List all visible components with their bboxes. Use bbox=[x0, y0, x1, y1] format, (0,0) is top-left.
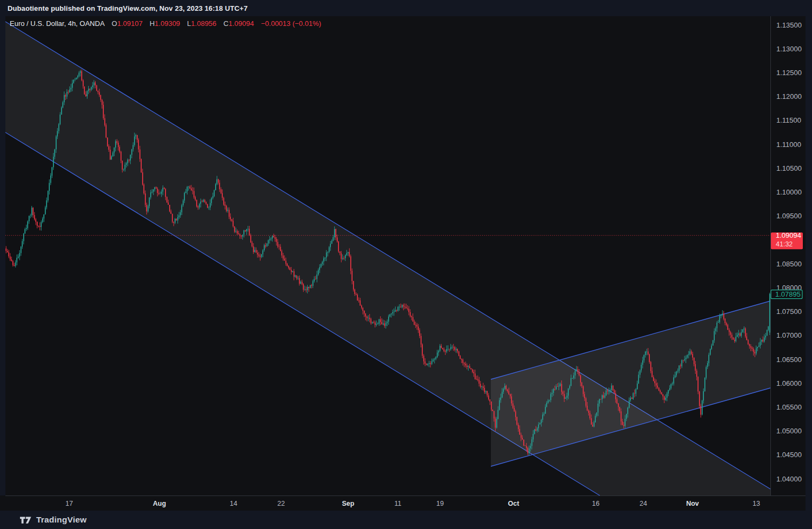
svg-text:1.04500: 1.04500 bbox=[776, 451, 802, 459]
svg-text:1.10000: 1.10000 bbox=[776, 188, 802, 196]
tradingview-snapshot-page: Dubaotiente published on TradingView.com… bbox=[0, 0, 812, 529]
publish-header: Dubaotiente published on TradingView.com… bbox=[0, 0, 812, 16]
svg-text:1.06000: 1.06000 bbox=[776, 379, 802, 387]
svg-text:1.07500: 1.07500 bbox=[776, 307, 802, 316]
svg-text:1.13000: 1.13000 bbox=[776, 45, 802, 53]
bar-high-price-label: 1.07895 bbox=[771, 290, 802, 299]
svg-text:1.04000: 1.04000 bbox=[776, 475, 802, 483]
svg-text:24: 24 bbox=[640, 500, 647, 507]
svg-text:1.13500: 1.13500 bbox=[776, 21, 802, 29]
svg-text:1.07000: 1.07000 bbox=[776, 331, 802, 339]
svg-text:11: 11 bbox=[395, 500, 402, 507]
svg-text:16: 16 bbox=[592, 500, 600, 507]
svg-text:1.08500: 1.08500 bbox=[776, 260, 802, 268]
tradingview-logo-icon[interactable] bbox=[20, 516, 31, 524]
svg-text:1.10500: 1.10500 bbox=[776, 164, 802, 172]
ohlc-low: L1.08956 bbox=[187, 19, 216, 28]
svg-text:1.12000: 1.12000 bbox=[776, 92, 802, 101]
svg-text:Oct: Oct bbox=[508, 500, 520, 507]
ohlc-close: C1.09094 bbox=[223, 19, 254, 28]
symbol-title[interactable]: Euro / U.S. Dollar, 4h, OANDA bbox=[10, 19, 105, 28]
current-price-label: 1.0909441:32 bbox=[771, 231, 803, 249]
svg-text:1.11500: 1.11500 bbox=[776, 116, 801, 124]
svg-text:1.09094: 1.09094 bbox=[776, 231, 801, 239]
svg-text:1.07895: 1.07895 bbox=[775, 290, 801, 298]
svg-text:19: 19 bbox=[436, 500, 444, 507]
svg-text:Nov: Nov bbox=[686, 500, 699, 507]
svg-text:22: 22 bbox=[277, 500, 285, 507]
svg-text:13: 13 bbox=[753, 500, 760, 507]
svg-text:1.05000: 1.05000 bbox=[776, 427, 802, 435]
svg-text:1.11000: 1.11000 bbox=[776, 140, 801, 149]
svg-text:1.09500: 1.09500 bbox=[776, 212, 802, 220]
publish-title: Dubaotiente published on TradingView.com… bbox=[8, 4, 248, 12]
ohlc-high: H1.09309 bbox=[150, 19, 180, 28]
svg-text:Sep: Sep bbox=[342, 500, 355, 507]
svg-text:1.06500: 1.06500 bbox=[776, 356, 802, 364]
footer-bar: TradingView bbox=[0, 511, 812, 529]
svg-text:17: 17 bbox=[65, 500, 73, 507]
change-value: −0.00013 (−0.01%) bbox=[261, 19, 321, 28]
svg-text:41:32: 41:32 bbox=[776, 240, 793, 248]
ohlc-open: O1.09107 bbox=[112, 19, 143, 28]
chart-legend[interactable]: Euro / U.S. Dollar, 4h, OANDA O1.09107 H… bbox=[10, 19, 321, 28]
candlestick-chart-canvas[interactable]: 1.135001.130001.125001.120001.115001.110… bbox=[0, 16, 806, 511]
tradingview-brand-label[interactable]: TradingView bbox=[36, 515, 86, 525]
svg-text:1.12500: 1.12500 bbox=[776, 69, 802, 77]
svg-text:1.05500: 1.05500 bbox=[776, 403, 802, 411]
svg-text:14: 14 bbox=[230, 500, 237, 507]
svg-text:Aug: Aug bbox=[153, 500, 166, 507]
